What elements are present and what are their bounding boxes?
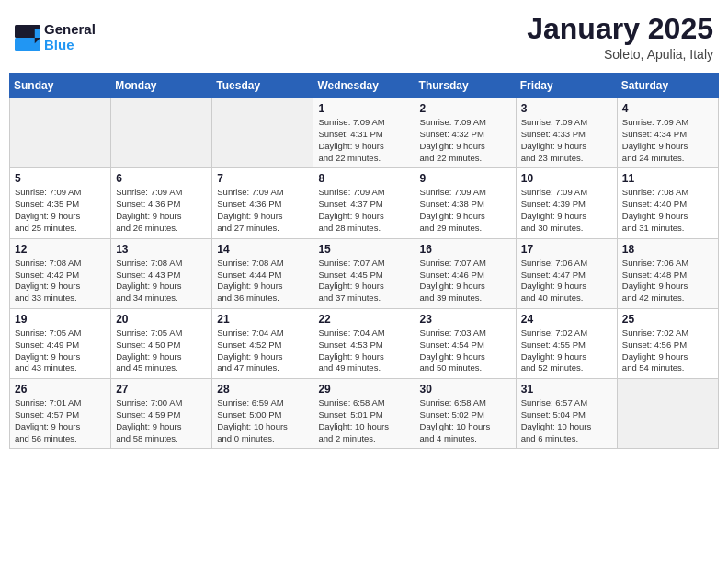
day-info: Sunrise: 7:09 AM Sunset: 4:31 PM Dayligh… bbox=[318, 117, 409, 164]
calendar-cell: 5Sunrise: 7:09 AM Sunset: 4:35 PM Daylig… bbox=[10, 168, 111, 238]
day-info: Sunrise: 7:09 AM Sunset: 4:35 PM Dayligh… bbox=[15, 187, 106, 234]
weekday-header-row: SundayMondayTuesdayWednesdayThursdayFrid… bbox=[10, 74, 719, 98]
day-number: 24 bbox=[521, 313, 612, 326]
calendar-cell: 10Sunrise: 7:09 AM Sunset: 4:39 PM Dayli… bbox=[516, 168, 617, 238]
day-number: 9 bbox=[420, 172, 511, 185]
day-number: 15 bbox=[318, 243, 409, 256]
day-info: Sunrise: 7:04 AM Sunset: 4:52 PM Dayligh… bbox=[217, 327, 308, 374]
logo: General Blue bbox=[15, 22, 96, 52]
day-number: 6 bbox=[116, 172, 207, 185]
calendar-cell: 7Sunrise: 7:09 AM Sunset: 4:36 PM Daylig… bbox=[212, 168, 313, 238]
day-info: Sunrise: 7:03 AM Sunset: 4:54 PM Dayligh… bbox=[420, 327, 511, 374]
day-info: Sunrise: 7:09 AM Sunset: 4:39 PM Dayligh… bbox=[521, 187, 612, 234]
calendar-week-2: 5Sunrise: 7:09 AM Sunset: 4:35 PM Daylig… bbox=[10, 168, 719, 238]
weekday-header-tuesday: Tuesday bbox=[212, 74, 313, 98]
calendar-cell: 30Sunrise: 6:58 AM Sunset: 5:02 PM Dayli… bbox=[415, 379, 516, 449]
day-info: Sunrise: 7:09 AM Sunset: 4:36 PM Dayligh… bbox=[217, 187, 308, 234]
calendar-cell: 3Sunrise: 7:09 AM Sunset: 4:33 PM Daylig… bbox=[516, 98, 617, 168]
day-number: 27 bbox=[116, 383, 207, 396]
weekday-header-sunday: Sunday bbox=[10, 74, 111, 98]
day-number: 16 bbox=[420, 243, 511, 256]
day-info: Sunrise: 7:09 AM Sunset: 4:37 PM Dayligh… bbox=[318, 187, 409, 234]
day-info: Sunrise: 7:08 AM Sunset: 4:44 PM Dayligh… bbox=[217, 258, 308, 304]
day-info: Sunrise: 7:09 AM Sunset: 4:34 PM Dayligh… bbox=[622, 117, 713, 164]
day-info: Sunrise: 6:57 AM Sunset: 5:04 PM Dayligh… bbox=[521, 397, 612, 444]
day-number: 29 bbox=[318, 383, 409, 396]
weekday-header-friday: Friday bbox=[516, 74, 617, 98]
day-number: 19 bbox=[15, 313, 106, 326]
day-number: 5 bbox=[15, 172, 106, 185]
day-number: 28 bbox=[217, 383, 308, 396]
logo-text: General Blue bbox=[44, 22, 96, 52]
day-info: Sunrise: 7:02 AM Sunset: 4:55 PM Dayligh… bbox=[521, 327, 612, 374]
header: General Blue January 2025 Soleto, Apulia… bbox=[9, 9, 719, 65]
day-info: Sunrise: 7:09 AM Sunset: 4:33 PM Dayligh… bbox=[521, 117, 612, 164]
calendar-week-1: 1Sunrise: 7:09 AM Sunset: 4:31 PM Daylig… bbox=[10, 98, 719, 168]
day-number: 3 bbox=[521, 102, 612, 115]
day-number: 30 bbox=[420, 383, 511, 396]
day-number: 26 bbox=[15, 383, 106, 396]
weekday-header-wednesday: Wednesday bbox=[313, 74, 415, 98]
day-info: Sunrise: 6:59 AM Sunset: 5:00 PM Dayligh… bbox=[217, 397, 308, 444]
calendar-cell: 20Sunrise: 7:05 AM Sunset: 4:50 PM Dayli… bbox=[111, 308, 212, 378]
calendar-cell bbox=[10, 98, 111, 168]
weekday-header-saturday: Saturday bbox=[617, 74, 718, 98]
calendar-cell: 27Sunrise: 7:00 AM Sunset: 4:59 PM Dayli… bbox=[111, 379, 212, 449]
calendar-cell: 19Sunrise: 7:05 AM Sunset: 4:49 PM Dayli… bbox=[10, 308, 111, 378]
calendar-cell: 31Sunrise: 6:57 AM Sunset: 5:04 PM Dayli… bbox=[516, 379, 617, 449]
title-block: January 2025 Soleto, Apulia, Italy bbox=[527, 13, 713, 62]
day-number: 8 bbox=[318, 172, 409, 185]
calendar-cell: 21Sunrise: 7:04 AM Sunset: 4:52 PM Dayli… bbox=[212, 308, 313, 378]
day-info: Sunrise: 7:08 AM Sunset: 4:42 PM Dayligh… bbox=[15, 258, 106, 304]
calendar-cell: 13Sunrise: 7:08 AM Sunset: 4:43 PM Dayli… bbox=[111, 238, 212, 308]
calendar-cell: 25Sunrise: 7:02 AM Sunset: 4:56 PM Dayli… bbox=[617, 308, 718, 378]
day-info: Sunrise: 7:02 AM Sunset: 4:56 PM Dayligh… bbox=[622, 327, 713, 374]
calendar-cell: 6Sunrise: 7:09 AM Sunset: 4:36 PM Daylig… bbox=[111, 168, 212, 238]
day-number: 21 bbox=[217, 313, 308, 326]
day-number: 20 bbox=[116, 313, 207, 326]
day-number: 23 bbox=[420, 313, 511, 326]
day-number: 25 bbox=[622, 313, 713, 326]
day-info: Sunrise: 7:06 AM Sunset: 4:48 PM Dayligh… bbox=[622, 258, 713, 304]
calendar-cell: 1Sunrise: 7:09 AM Sunset: 4:31 PM Daylig… bbox=[313, 98, 415, 168]
day-info: Sunrise: 7:09 AM Sunset: 4:38 PM Dayligh… bbox=[420, 187, 511, 234]
day-number: 12 bbox=[15, 243, 106, 256]
calendar-cell: 22Sunrise: 7:04 AM Sunset: 4:53 PM Dayli… bbox=[313, 308, 415, 378]
calendar-cell: 12Sunrise: 7:08 AM Sunset: 4:42 PM Dayli… bbox=[10, 238, 111, 308]
day-info: Sunrise: 6:58 AM Sunset: 5:01 PM Dayligh… bbox=[318, 397, 409, 444]
weekday-header-monday: Monday bbox=[111, 74, 212, 98]
day-number: 22 bbox=[318, 313, 409, 326]
day-info: Sunrise: 7:09 AM Sunset: 4:32 PM Dayligh… bbox=[420, 117, 511, 164]
day-info: Sunrise: 7:07 AM Sunset: 4:46 PM Dayligh… bbox=[420, 258, 511, 304]
svg-marker-2 bbox=[35, 29, 40, 37]
calendar-cell bbox=[212, 98, 313, 168]
day-number: 17 bbox=[521, 243, 612, 256]
month-title: January 2025 bbox=[527, 13, 713, 45]
calendar-week-3: 12Sunrise: 7:08 AM Sunset: 4:42 PM Dayli… bbox=[10, 238, 719, 308]
calendar-week-4: 19Sunrise: 7:05 AM Sunset: 4:49 PM Dayli… bbox=[10, 308, 719, 378]
day-info: Sunrise: 7:00 AM Sunset: 4:59 PM Dayligh… bbox=[116, 397, 207, 444]
calendar-cell: 24Sunrise: 7:02 AM Sunset: 4:55 PM Dayli… bbox=[516, 308, 617, 378]
calendar-cell: 8Sunrise: 7:09 AM Sunset: 4:37 PM Daylig… bbox=[313, 168, 415, 238]
calendar-cell: 9Sunrise: 7:09 AM Sunset: 4:38 PM Daylig… bbox=[415, 168, 516, 238]
day-info: Sunrise: 7:04 AM Sunset: 4:53 PM Dayligh… bbox=[318, 327, 409, 374]
day-info: Sunrise: 7:08 AM Sunset: 4:43 PM Dayligh… bbox=[116, 258, 207, 304]
day-info: Sunrise: 7:09 AM Sunset: 4:36 PM Dayligh… bbox=[116, 187, 207, 234]
calendar-cell: 23Sunrise: 7:03 AM Sunset: 4:54 PM Dayli… bbox=[415, 308, 516, 378]
location: Soleto, Apulia, Italy bbox=[527, 47, 713, 62]
calendar-cell: 11Sunrise: 7:08 AM Sunset: 4:40 PM Dayli… bbox=[617, 168, 718, 238]
day-info: Sunrise: 7:01 AM Sunset: 4:57 PM Dayligh… bbox=[15, 397, 106, 444]
day-info: Sunrise: 7:06 AM Sunset: 4:47 PM Dayligh… bbox=[521, 258, 612, 304]
day-info: Sunrise: 6:58 AM Sunset: 5:02 PM Dayligh… bbox=[420, 397, 511, 444]
day-number: 18 bbox=[622, 243, 713, 256]
calendar-cell bbox=[617, 379, 718, 449]
calendar-cell: 17Sunrise: 7:06 AM Sunset: 4:47 PM Dayli… bbox=[516, 238, 617, 308]
calendar-cell: 4Sunrise: 7:09 AM Sunset: 4:34 PM Daylig… bbox=[617, 98, 718, 168]
calendar-cell: 15Sunrise: 7:07 AM Sunset: 4:45 PM Dayli… bbox=[313, 238, 415, 308]
calendar-cell: 26Sunrise: 7:01 AM Sunset: 4:57 PM Dayli… bbox=[10, 379, 111, 449]
calendar-cell: 16Sunrise: 7:07 AM Sunset: 4:46 PM Dayli… bbox=[415, 238, 516, 308]
day-info: Sunrise: 7:07 AM Sunset: 4:45 PM Dayligh… bbox=[318, 258, 409, 304]
day-number: 13 bbox=[116, 243, 207, 256]
day-number: 1 bbox=[318, 102, 409, 115]
calendar-cell: 2Sunrise: 7:09 AM Sunset: 4:32 PM Daylig… bbox=[415, 98, 516, 168]
